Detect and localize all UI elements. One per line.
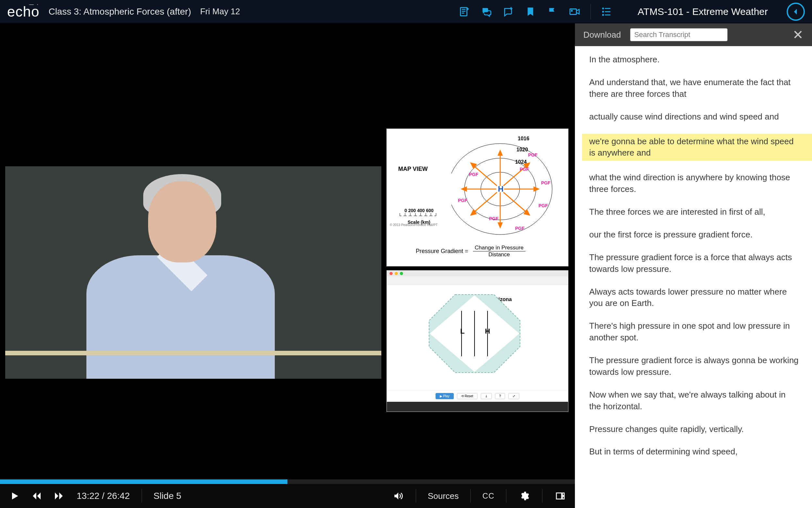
transcript-line[interactable]: Pressure changes quite rapidly, vertical…: [589, 424, 799, 435]
slide-b-footer: ▶ Play⟲ Reset⤓?⤢: [387, 390, 568, 402]
collapse-panel-button[interactable]: [787, 3, 805, 21]
svg-line-25: [504, 192, 527, 213]
transcript-body[interactable]: In the atmosphere.And understand that, w…: [575, 46, 812, 508]
svg-point-2: [571, 10, 572, 11]
svg-line-27: [473, 192, 497, 213]
video-stage[interactable]: MAP VIEW 1016 1020 1024 H: [0, 24, 575, 479]
download-transcript[interactable]: Download: [583, 30, 621, 40]
player-controls: 13:22 / 26:42 Slide 5 Sources CC: [0, 484, 575, 508]
pgf-formula: Pressure Gradient = Change in Pressure D…: [416, 245, 525, 258]
svg-text:PGF: PGF: [469, 172, 478, 177]
formula-denominator: Distance: [488, 251, 510, 258]
brand-accent: — ·: [29, 2, 39, 7]
svg-text:PGF: PGF: [489, 216, 499, 221]
outline-icon[interactable]: [601, 5, 613, 18]
top-icon-tray: [458, 4, 613, 19]
current-time: 13:22: [77, 491, 99, 501]
svg-marker-20: [534, 187, 539, 191]
time-sep: /: [102, 491, 107, 501]
progress-bar[interactable]: [0, 479, 575, 484]
svg-marker-14: [498, 151, 502, 155]
transcript-line[interactable]: But in terms of determining wind speed,: [589, 446, 799, 458]
slide-a-title: MAP VIEW: [398, 166, 428, 172]
topbar: echo — · Class 3: Atmospheric Forces (af…: [0, 0, 812, 24]
flag-icon[interactable]: [546, 5, 559, 18]
class-title: Class 3: Atmospheric Forces (after): [48, 6, 191, 17]
transcript-line[interactable]: our the first force is pressure gradient…: [589, 229, 799, 241]
duration: 26:42: [107, 491, 130, 501]
transcript-line[interactable]: The pressure gradient force is a force t…: [589, 252, 799, 275]
cc-button[interactable]: CC: [482, 492, 494, 501]
topbar-divider: [591, 4, 591, 19]
app-root: echo — · Class 3: Atmospheric Forces (af…: [0, 0, 812, 508]
transcript-line[interactable]: The pressure gradient force is always go…: [589, 355, 799, 378]
settings-button[interactable]: [518, 490, 530, 502]
transcript-header: Download ✕: [575, 24, 812, 46]
isobar-diagram: 1016 1020 1024 H: [452, 134, 562, 238]
volume-button[interactable]: [392, 490, 404, 502]
rewind-button[interactable]: [31, 490, 43, 502]
browser-chrome: [387, 277, 568, 285]
mac-window-controls: [387, 270, 568, 277]
slide-a-source: © 2013 Pearson/Prentice Hall/PT: [390, 223, 437, 227]
svg-point-5: [603, 14, 604, 15]
camera-feed-icon[interactable]: [568, 5, 581, 18]
time-display: 13:22 / 26:42: [77, 491, 130, 501]
body-split: MAP VIEW 1016 1020 1024 H: [0, 24, 812, 508]
svg-text:PGF: PGF: [520, 167, 529, 172]
svg-text:H: H: [498, 184, 504, 193]
transcript-line[interactable]: Always acts towards lower pressure no ma…: [589, 286, 799, 309]
low-label: L: [460, 327, 465, 336]
transcript-line[interactable]: In the atmosphere.: [589, 54, 799, 66]
svg-point-4: [603, 11, 604, 12]
instructor-figure: [73, 174, 275, 379]
svg-text:PGF: PGF: [528, 152, 538, 158]
progress-fill: [0, 479, 288, 484]
slide-arizona: Arizona L H: [386, 270, 568, 412]
octagon-graphic: [426, 291, 523, 376]
play-button[interactable]: [8, 490, 21, 502]
transcript-line[interactable]: There's high pressure in one spot and lo…: [589, 320, 799, 344]
svg-rect-44: [562, 496, 564, 499]
transcript-line[interactable]: Now when we say that, we're always talki…: [589, 389, 799, 413]
transcript-line[interactable]: actually cause wind directions and wind …: [589, 111, 799, 123]
discussion-icon[interactable]: [480, 5, 493, 18]
svg-text:1016: 1016: [518, 136, 529, 141]
svg-marker-16: [498, 223, 502, 227]
slide-pgf-map: MAP VIEW 1016 1020 1024 H: [386, 129, 568, 266]
svg-marker-18: [462, 187, 466, 191]
bookmark-icon[interactable]: [524, 5, 537, 18]
svg-text:PGF: PGF: [541, 180, 551, 185]
slide-indicator[interactable]: Slide 5: [154, 491, 181, 501]
svg-text:1020: 1020: [516, 147, 528, 152]
high-label: H: [485, 327, 490, 336]
transcript-panel: Download ✕ In the atmosphere.And underst…: [575, 24, 812, 508]
add-note-icon[interactable]: [502, 5, 514, 18]
brand-logo: echo — ·: [7, 4, 39, 20]
layout-button[interactable]: [554, 490, 566, 502]
course-title: ATMS-101 - Extreme Weather: [628, 6, 778, 17]
svg-text:PGF: PGF: [539, 203, 548, 208]
svg-rect-1: [570, 9, 576, 14]
notes-icon[interactable]: [458, 5, 470, 18]
svg-rect-43: [562, 493, 564, 496]
player-column: MAP VIEW 1016 1020 1024 H: [0, 24, 575, 508]
transcript-line[interactable]: The three forces we are interested in fi…: [589, 206, 799, 218]
close-transcript-icon[interactable]: ✕: [793, 27, 804, 42]
camera-feed: [5, 166, 381, 379]
transcript-line[interactable]: And understand that, we have enumerate t…: [589, 77, 799, 100]
formula-lhs: Pressure Gradient =: [416, 248, 468, 255]
transcript-line[interactable]: what the wind direction is anywhere by k…: [589, 172, 799, 195]
transcript-search-input[interactable]: [630, 28, 728, 41]
sources-button[interactable]: Sources: [428, 491, 459, 501]
svg-rect-42: [556, 493, 562, 499]
scale-values: 0 200 400 600: [390, 208, 448, 213]
forward-button[interactable]: [53, 490, 65, 502]
formula-numerator: Change in Pressure: [473, 245, 525, 251]
slide-a-scale: 0 200 400 600 └┴┴┴┴┴┴┘ Scale (km): [390, 208, 448, 225]
svg-text:PGF: PGF: [458, 198, 467, 203]
svg-text:PGF: PGF: [515, 226, 524, 231]
svg-point-3: [603, 8, 604, 9]
class-date: Fri May 12: [200, 6, 240, 16]
transcript-line[interactable]: we're gonna be able to determine what th…: [582, 134, 812, 161]
